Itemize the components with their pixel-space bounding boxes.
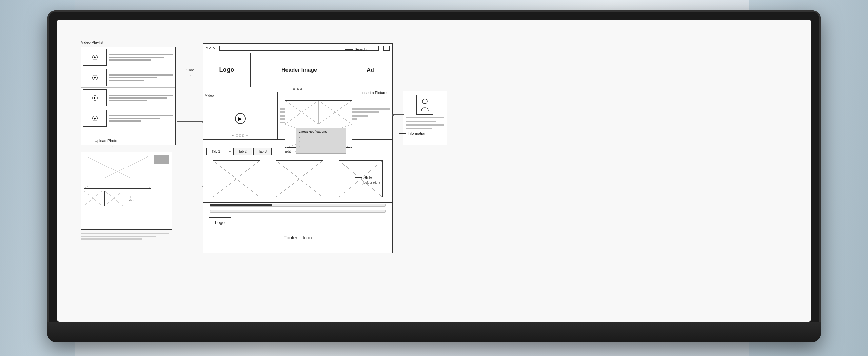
insert-picture-annotation: Insert a Picture	[352, 91, 387, 95]
browser-dots	[206, 47, 215, 49]
playlist-lines	[109, 54, 173, 61]
notifications-title: Latest Notifications	[299, 130, 343, 133]
video-player: ▶ ← □ □ □ →	[203, 92, 278, 139]
upload-arrow-line	[174, 186, 204, 186]
laptop-frame: Video Playlist ▶ ▶	[47, 10, 821, 342]
playlist-thumb: ▶	[83, 49, 107, 66]
upload-panel: Upload Photo ↑ +	[81, 152, 172, 230]
nav-dot	[293, 88, 295, 90]
tab-add-button[interactable]: +	[226, 148, 233, 155]
gallery-item	[213, 160, 260, 197]
upload-text-lines	[81, 233, 169, 240]
progress-track	[210, 204, 386, 207]
person-icon-area	[416, 95, 433, 115]
person-icon	[420, 98, 430, 111]
playlist-panel: Video Playlist ▶ ▶	[81, 47, 176, 145]
gallery-nav-arrows: ← →	[349, 181, 364, 187]
slide-lr-text: Slide	[363, 175, 372, 180]
video-play-button[interactable]: ▶	[235, 113, 246, 124]
slide-annotation: ↑ Slide ↓	[186, 64, 194, 77]
play-icon: ▶	[92, 116, 98, 121]
screen: Video Playlist ▶ ▶	[57, 20, 811, 322]
list-item: ▶	[81, 67, 175, 88]
header-image-text: Header Image	[281, 67, 317, 73]
ad-box: Ad	[348, 53, 392, 87]
gallery-item	[276, 160, 323, 197]
logo-box: Logo	[203, 53, 251, 87]
insert-picture-text: Insert a Picture	[361, 91, 387, 95]
information-annotation: Information	[399, 131, 426, 135]
playlist-thumb: ▶	[83, 69, 107, 86]
upload-title: Upload Photo	[95, 139, 117, 143]
playlist-title: Video Playlist	[81, 40, 103, 44]
right-panel-arrow-head: ▶	[392, 113, 395, 117]
list-item: ▶	[81, 108, 175, 128]
arrow-line	[177, 121, 203, 122]
upload-content: + + More	[81, 152, 172, 229]
wireframe-canvas: Video Playlist ▶ ▶	[57, 20, 811, 322]
playlist-thumb: ▶	[83, 110, 107, 127]
header-area: Logo Header Image Ad	[203, 53, 392, 87]
gallery-prev-arrow[interactable]: ←	[349, 181, 355, 187]
upload-color-btn	[154, 155, 169, 164]
play-icon: ▶	[92, 55, 98, 60]
play-icon: ▶	[92, 75, 98, 80]
information-text: Information	[408, 131, 426, 135]
upload-main-image	[84, 155, 151, 189]
laptop: Video Playlist ▶ ▶	[47, 10, 821, 342]
more-button[interactable]: + + More	[125, 194, 135, 203]
footer-bottom: Footer + Icon	[203, 231, 392, 245]
upload-thumb	[104, 191, 123, 206]
playlist-thumb: ▶	[83, 89, 107, 106]
search-annotation-text: Search	[355, 47, 367, 51]
upload-thumb-row: + + More	[84, 191, 169, 206]
laptop-base	[47, 322, 821, 342]
slide-sub-text: Left or Right	[363, 181, 380, 184]
nav-dot	[297, 88, 299, 90]
browser-dot	[209, 47, 211, 49]
nav-dot	[300, 88, 302, 90]
slide-label: Slide	[186, 68, 194, 72]
gallery-next-arrow[interactable]: →	[359, 181, 364, 187]
logo-text: Logo	[219, 66, 234, 74]
search-arrow-line	[345, 49, 353, 50]
list-item: ▶	[81, 47, 175, 67]
playlist-lines	[109, 95, 173, 101]
footer-text: Footer + Icon	[284, 235, 312, 240]
footer-logo-section: Logo	[203, 214, 392, 231]
upload-arrow: ↑	[112, 145, 114, 150]
play-icon: ▶	[92, 95, 98, 101]
ad-text: Ad	[367, 67, 374, 73]
notifications-list: • • •	[299, 135, 343, 149]
tab-3[interactable]: Tab 3	[253, 148, 272, 155]
more-label: + More	[126, 199, 134, 201]
browser-dot	[213, 47, 215, 49]
search-annotation: Search	[345, 47, 367, 51]
video-controls: ← □ □ □ →	[203, 134, 277, 137]
list-item: ▶	[81, 88, 175, 108]
header-image-box: Header Image	[251, 53, 348, 87]
playlist-lines	[109, 115, 173, 122]
tab-1[interactable]: Tab 1	[206, 148, 225, 155]
search-button[interactable]	[383, 46, 390, 51]
upload-thumb	[84, 191, 102, 206]
playlist-lines	[109, 74, 173, 81]
footer-logo-button[interactable]: Logo	[209, 217, 231, 227]
notifications-panel: Latest Notifications • • •	[296, 128, 346, 154]
svg-point-0	[422, 99, 427, 104]
browser-dot	[206, 47, 208, 49]
tab-2[interactable]: Tab 2	[233, 148, 252, 155]
second-progress	[203, 209, 392, 214]
right-panel-lines	[403, 117, 447, 129]
insert-picture-panel	[403, 91, 447, 145]
info-arrow-line	[399, 133, 406, 134]
progress-fill	[210, 204, 272, 206]
insert-arrow-line	[352, 93, 360, 93]
progress-bar-area	[203, 203, 392, 209]
